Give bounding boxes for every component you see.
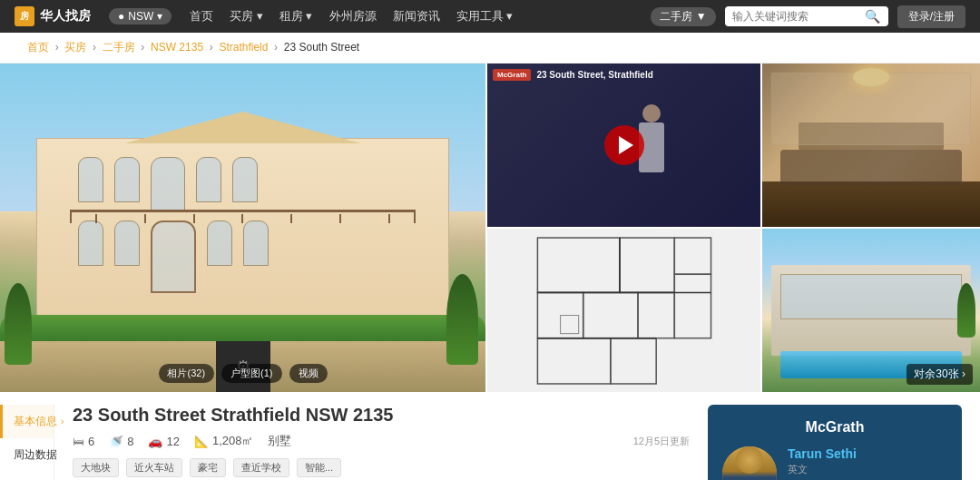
second-hand-button[interactable]: 二手房 ▼ [651, 7, 715, 26]
nav-buy[interactable]: 买房 ▾ [230, 8, 263, 24]
tag-smart[interactable]: 智能... [297, 458, 341, 477]
avatar-head [736, 446, 763, 474]
svg-rect-2 [674, 238, 710, 274]
breadcrumb-address: 23 South Street [284, 41, 359, 54]
railing-bar [290, 214, 292, 223]
more-photos-button[interactable]: 对余30张 › [906, 364, 973, 385]
nav-tools[interactable]: 实用工具 ▾ [456, 8, 514, 24]
area-value: 1,208㎡ [212, 433, 254, 449]
photo-badges: 相片(32) 户型图(1) 视频 [158, 364, 327, 383]
tag-school[interactable]: 查近学校 [233, 458, 289, 477]
head [642, 104, 661, 122]
agent-details: Tarun Sethi 英文 0404414... [788, 446, 947, 480]
photo-count-badge[interactable]: 相片(32) [158, 364, 214, 383]
interior-photo[interactable] [762, 64, 980, 227]
nav-rent[interactable]: 租房 ▾ [279, 8, 313, 24]
logo-text: 华人找房 [40, 8, 91, 24]
agent-info: Tarun Sethi 英文 0404414... [722, 446, 947, 480]
nav-news[interactable]: 新闻资讯 [393, 8, 440, 24]
svg-rect-4 [583, 292, 637, 338]
breadcrumb-home[interactable]: 首页 [27, 41, 49, 54]
search-icon[interactable]: 🔍 [865, 9, 880, 24]
tag-land[interactable]: 大地块 [73, 458, 119, 477]
property-main: 23 South Street Strathfield NSW 2135 🛏 6… [54, 405, 708, 480]
search-input[interactable] [732, 10, 859, 23]
property-tags: 大地块 近火车站 豪宅 查近学校 智能... [73, 458, 690, 477]
railing-bar [95, 214, 97, 223]
house-facade [36, 138, 449, 319]
window [243, 220, 269, 266]
railing-bar [144, 214, 146, 223]
breadcrumb-second-hand[interactable]: 二手房 [103, 41, 135, 54]
furniture-sofa [780, 150, 962, 186]
mcgrath-logo-sm: McGrath [493, 69, 531, 81]
main-photo-image: ⚙ [0, 64, 485, 392]
location-selector[interactable]: ● NSW ▾ [109, 8, 172, 24]
agent-avatar [722, 446, 777, 480]
window [78, 220, 103, 266]
window [207, 220, 232, 266]
tab-basic-info-label: 基本信息 [14, 414, 57, 429]
exterior-house [771, 265, 971, 356]
window-large [151, 157, 185, 211]
bed-icon: 🛏 [73, 435, 84, 448]
nav-overseas[interactable]: 外州房源 [329, 8, 377, 24]
exterior-photo[interactable]: 对余30张 › [762, 229, 980, 392]
top-navigation: 房 华人找房 ● NSW ▾ 首页 买房 ▾ 租房 ▾ 外州房源 新闻资讯 实用… [0, 0, 980, 33]
baths-feature: 🚿 8 [109, 435, 133, 448]
balcony-railing [70, 210, 416, 223]
window [196, 157, 221, 202]
windows-row1 [78, 157, 258, 211]
floorplan-badge[interactable]: 户型图(1) [221, 364, 281, 383]
type-feature: 别墅 [268, 433, 291, 449]
location-chevron: ▾ [157, 10, 162, 23]
tree-left [5, 283, 32, 365]
login-button[interactable]: 登录/注册 [897, 5, 965, 28]
svg-rect-8 [610, 338, 655, 383]
avatar-image [722, 446, 777, 480]
sidebar-tabs: 基本信息 › 周边数据 房源介绍 [0, 405, 54, 480]
hedge [0, 315, 485, 342]
site-logo[interactable]: 房 华人找房 [15, 6, 91, 26]
play-button[interactable] [604, 125, 644, 165]
agent-language: 英文 [788, 463, 947, 476]
svg-rect-9 [560, 315, 578, 333]
main-content: ⚙ 相片(32) 户型图(1) 视频 McGrath 23 South Stre… [0, 64, 980, 480]
logo-icon: 房 [15, 6, 34, 26]
bath-icon: 🚿 [109, 435, 123, 448]
video-badge[interactable]: 视频 [289, 364, 328, 383]
chandelier [853, 68, 889, 86]
interior-bg [762, 64, 980, 227]
property-type: 别墅 [268, 433, 291, 449]
search-bar: 🔍 [725, 6, 888, 26]
svg-rect-5 [638, 292, 674, 338]
tab-nearby-data[interactable]: 周边数据 [0, 438, 54, 472]
nav-home[interactable]: 首页 [190, 8, 213, 24]
breadcrumb: 首页 › 买房 › 二手房 › NSW 2135 › Strathfield ›… [0, 33, 980, 64]
breadcrumb-postcode[interactable]: NSW 2135 [151, 41, 203, 54]
tag-luxury[interactable]: 豪宅 [190, 458, 226, 477]
video-thumbnail[interactable]: McGrath 23 South Street, Strathfield [487, 64, 760, 227]
agent-name[interactable]: Tarun Sethi [788, 446, 947, 461]
property-features: 🛏 6 🚿 8 🚗 12 📐 1,208㎡ 别墅 12 [73, 433, 690, 449]
location-dot: ● [118, 10, 124, 23]
large-windows [780, 274, 962, 319]
main-photo[interactable]: ⚙ 相片(32) 户型图(1) 视频 [0, 64, 485, 392]
railing-bar [241, 214, 243, 223]
tag-train[interactable]: 近火车站 [126, 458, 182, 477]
area-icon: 📐 [194, 435, 209, 448]
tab-description[interactable]: 房源介绍 [0, 472, 54, 480]
property-title: 23 South Street Strathfield NSW 2135 [73, 405, 690, 426]
window [78, 157, 103, 202]
svg-rect-0 [537, 238, 620, 292]
video-bg: McGrath 23 South Street, Strathfield [487, 64, 760, 227]
svg-rect-6 [674, 274, 710, 338]
floorplan-thumbnail[interactable] [487, 229, 760, 392]
palm-tree [957, 283, 975, 338]
breadcrumb-buy[interactable]: 买房 [64, 41, 86, 54]
windows-row2 [78, 220, 269, 293]
door-arch [151, 220, 196, 293]
breadcrumb-suburb[interactable]: Strathfield [219, 41, 268, 54]
tab-basic-info[interactable]: 基本信息 › [0, 405, 54, 438]
photo-grid: ⚙ 相片(32) 户型图(1) 视频 McGrath 23 South Stre… [0, 64, 980, 390]
